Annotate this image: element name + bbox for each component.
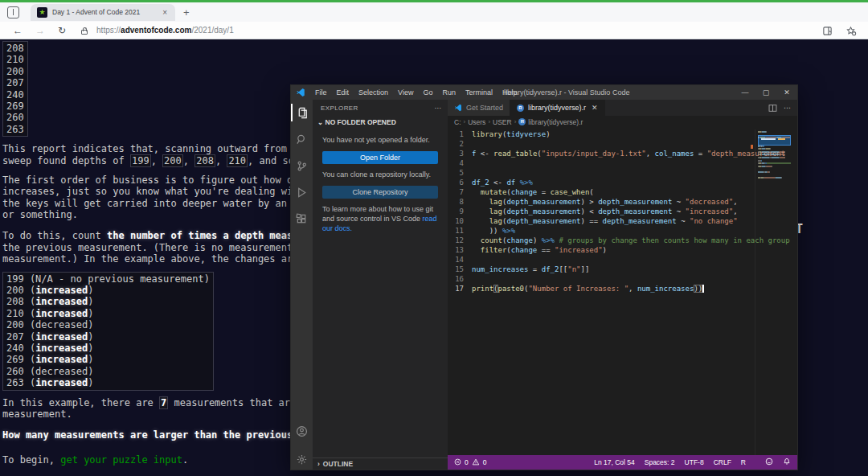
text-segment: 260 (decreased)	[6, 366, 93, 377]
code-token: )	[546, 130, 550, 138]
status-items: Ln 17, Col 54Spaces: 2UTF-8CRLFR	[594, 458, 755, 466]
page-line: 269 (increased)	[6, 354, 210, 365]
breadcrumb[interactable]: C:› Users› USER› R library(tidyverse).r	[448, 116, 797, 128]
text-segment: 269 (	[6, 354, 35, 365]
minimap[interactable]	[755, 129, 793, 455]
code-token: )	[603, 246, 607, 254]
menu-terminal[interactable]: Terminal	[461, 88, 497, 96]
text-segment: 269	[6, 101, 24, 112]
page-line: 263 (increased)	[6, 377, 210, 388]
code-token: ,	[733, 198, 737, 206]
page-line: 210 (increased)	[6, 308, 210, 319]
explorer-sidebar: EXPLORER ⋯ ⌄ NO FOLDER OPENED You have n…	[313, 100, 448, 470]
text-segment: increases, just so you know what you're …	[2, 186, 298, 197]
status-item[interactable]: CRLF	[714, 458, 731, 466]
aoc-favicon-star-icon: ★	[37, 7, 47, 18]
page-line: 260	[6, 112, 24, 123]
tab-close-icon[interactable]: ✕	[592, 104, 598, 112]
code-token: (	[589, 188, 593, 196]
vscode-logo-icon	[454, 104, 462, 112]
code-token: ) >	[581, 198, 599, 206]
split-editor-icon[interactable]	[768, 104, 777, 113]
code-line: 6df_2 <- df %>%	[448, 178, 797, 188]
text-segment: To do this, count	[2, 230, 107, 241]
maximize-icon[interactable]: ▢	[755, 88, 776, 96]
code-token: mutate	[481, 188, 507, 196]
line-number: 13	[448, 246, 472, 256]
code-token: <-	[489, 178, 507, 187]
reload-icon[interactable]: ↻	[58, 25, 66, 36]
problems-indicator[interactable]: 0 0	[454, 458, 486, 467]
menu-run[interactable]: Run	[437, 88, 461, 96]
extensions-icon[interactable]	[291, 210, 313, 228]
status-item[interactable]: R	[741, 458, 746, 466]
status-item[interactable]: Spaces: 2	[645, 458, 675, 466]
code-token	[472, 246, 481, 254]
menu-edit[interactable]: Edit	[332, 88, 354, 96]
page-line: 207	[6, 77, 24, 88]
text-segment: ,	[151, 155, 162, 166]
window-title: library(tidyverse).r - Visual Studio Cod…	[504, 88, 629, 96]
text-segment: 199	[130, 154, 151, 167]
explorer-icon[interactable]	[291, 104, 313, 121]
forward-icon[interactable]: →	[35, 25, 45, 36]
close-icon[interactable]: ✕	[776, 88, 797, 96]
minimap-line	[758, 174, 793, 176]
clone-repository-button[interactable]: Clone Repository	[322, 186, 438, 199]
vscode-title-bar[interactable]: FileEditSelectionViewGoRunTerminalHelp l…	[291, 85, 797, 100]
text-segment: increased	[35, 296, 88, 307]
notifications-bell-icon[interactable]	[783, 458, 791, 467]
back-icon[interactable]: ←	[13, 25, 23, 36]
account-icon[interactable]	[291, 422, 313, 440]
run-debug-icon[interactable]	[291, 183, 313, 201]
tab-get-started[interactable]: Get Started	[448, 100, 510, 116]
new-tab-button[interactable]: +	[183, 6, 190, 18]
code-token: num_increases	[472, 265, 528, 273]
reading-list-icon[interactable]	[822, 26, 833, 36]
no-folder-section-header[interactable]: ⌄ NO FOLDER OPENED	[313, 115, 448, 129]
status-item[interactable]: Ln 17, Col 54	[594, 458, 635, 466]
text-segment: 263 (	[6, 377, 35, 388]
explorer-more-icon[interactable]: ⋯	[435, 105, 441, 112]
code-token: col_names	[655, 150, 694, 158]
puzzle-input-link[interactable]: get your puzzle input	[60, 454, 182, 466]
editor-more-icon[interactable]: ⋯	[784, 104, 791, 112]
open-folder-button[interactable]: Open Folder	[322, 151, 438, 164]
settings-gear-icon[interactable]	[291, 450, 313, 468]
minimize-icon[interactable]: —	[735, 88, 755, 96]
outline-section-header[interactable]: ›OUTLINE	[313, 458, 448, 470]
search-icon[interactable]	[291, 130, 313, 148]
menu-view[interactable]: View	[393, 88, 418, 96]
page-line: 240 (increased)	[6, 343, 210, 354]
menu-go[interactable]: Go	[418, 88, 437, 96]
source-control-icon[interactable]	[291, 157, 313, 174]
minimap-line	[758, 137, 793, 138]
tab-library-tidyverse[interactable]: R library(tidyverse).r ✕	[510, 100, 605, 116]
minimap-line	[758, 131, 793, 133]
text-segment: 207 (	[6, 331, 35, 343]
feedback-smiley-icon[interactable]	[765, 458, 773, 467]
tab-close-icon[interactable]: ×	[161, 8, 169, 17]
text-segment: increased	[35, 285, 88, 296]
menu-selection[interactable]: Selection	[354, 88, 393, 96]
code-token: "no change"	[690, 217, 738, 225]
menu-file[interactable]: File	[310, 88, 332, 96]
code-token: %>%	[520, 178, 533, 187]
favorites-settings-icon[interactable]	[845, 26, 857, 36]
editor-group: Get Started R library(tidyverse).r ✕ ⋯ C…	[448, 100, 797, 470]
site-info-lock-icon[interactable]	[80, 27, 88, 35]
status-item[interactable]: UTF-8	[685, 458, 704, 466]
browser-tab[interactable]: ★ Day 1 - Advent of Code 2021 ×	[31, 4, 175, 21]
tab-actions-icon[interactable]	[7, 6, 19, 18]
page-line: 208	[6, 43, 24, 54]
code-editor[interactable]: 1library(tidyverse)23f <- read_table("in…	[448, 128, 797, 455]
address-bar[interactable]: https://adventofcode.com/2021/day/1	[96, 26, 234, 35]
text-segment: This report indicates that, scanning out…	[2, 143, 298, 154]
text-segment: increased	[35, 377, 88, 388]
line-number: 17	[448, 285, 472, 294]
minimap-line	[758, 177, 793, 178]
text-segment: the previous measurement. (There is no m…	[2, 242, 293, 253]
code-line: 14	[448, 256, 797, 265]
code-token: <-	[476, 150, 493, 158]
line-number: 16	[448, 275, 472, 285]
